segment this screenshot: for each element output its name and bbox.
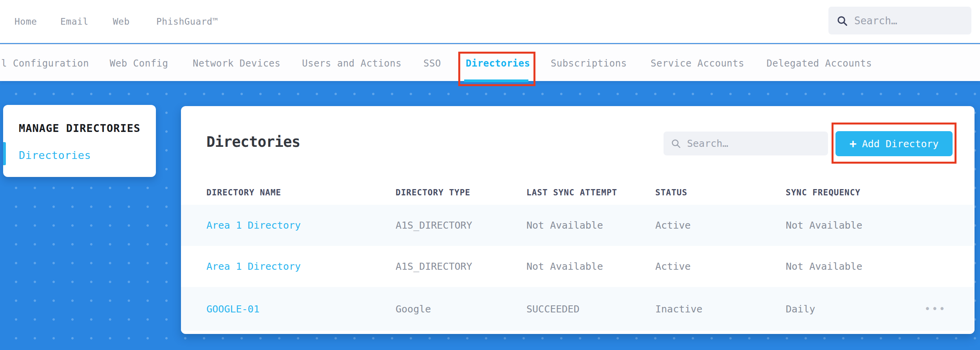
topnav-item-email[interactable]: Email: [60, 0, 89, 43]
directories-search-box[interactable]: [664, 132, 828, 155]
sidebar-item-directories[interactable]: Directories: [19, 149, 91, 161]
tab-label: Service Accounts: [651, 58, 744, 69]
directories-table: DIRECTORY NAME DIRECTORY TYPE LAST SYNC …: [181, 180, 975, 331]
tab-directories[interactable]: Directories: [466, 45, 530, 82]
add-directory-label: Add Directory: [862, 138, 939, 150]
directories-panel: Directories + Add Directory DIRECTORY NA…: [181, 106, 975, 334]
add-directory-button[interactable]: + Add Directory: [835, 131, 953, 156]
status-cell: Active: [655, 220, 786, 231]
directory-name-link[interactable]: Area 1 Directory: [206, 220, 396, 231]
table-header-row: DIRECTORY NAME DIRECTORY TYPE LAST SYNC …: [181, 180, 975, 205]
row-menu-icon[interactable]: •••: [924, 304, 946, 314]
tab-service-accounts[interactable]: Service Accounts: [651, 45, 744, 82]
table-row: Area 1 Directory A1S_DIRECTORY Not Avail…: [181, 205, 975, 246]
tab-label: SSO: [423, 58, 441, 69]
column-header-last-sync: LAST SYNC ATTEMPT: [526, 188, 655, 197]
tab-sso[interactable]: SSO: [423, 45, 441, 82]
table-row: GOOGLE-01 Google SUCCEEDED Inactive Dail…: [181, 287, 975, 331]
search-icon: [671, 138, 681, 149]
sync-frequency-cell: Daily: [786, 303, 924, 315]
tab-label: Directories: [466, 58, 530, 69]
directory-type-cell: A1S_DIRECTORY: [396, 261, 526, 272]
tab-label: Web Config: [110, 58, 168, 69]
tab-network-devices[interactable]: Network Devices: [193, 45, 280, 82]
tab-subscriptions[interactable]: Subscriptions: [551, 45, 627, 82]
topnav-item-web[interactable]: Web: [113, 0, 130, 43]
page-title: Directories: [206, 134, 300, 150]
directories-search-input[interactable]: [687, 138, 821, 149]
sidebar-item-label: Directories: [19, 149, 91, 161]
directory-type-cell: A1S_DIRECTORY: [396, 220, 526, 231]
last-sync-cell: SUCCEEDED: [526, 303, 655, 315]
topnav-item-home[interactable]: Home: [14, 0, 37, 43]
global-search-input[interactable]: [854, 15, 964, 27]
tab-web-config[interactable]: Web Config: [110, 45, 168, 82]
directory-name-link[interactable]: Area 1 Directory: [206, 261, 396, 272]
tab-label: Subscriptions: [551, 58, 627, 69]
topnav-item-phishguard[interactable]: PhishGuard™: [156, 0, 218, 43]
topnav-label: Email: [60, 16, 89, 27]
directory-name-link[interactable]: GOOGLE-01: [206, 303, 396, 315]
manage-directories-card: MANAGE DIRECTORIES Directories: [3, 105, 156, 177]
global-search-box[interactable]: [828, 7, 971, 34]
tab-delegated-accounts[interactable]: Delegated Accounts: [767, 45, 872, 82]
sync-frequency-cell: Not Available: [786, 220, 924, 231]
top-navbar: Home Email Web PhishGuard™: [0, 0, 980, 43]
column-header-directory-name: DIRECTORY NAME: [206, 188, 396, 197]
tab-label: Delegated Accounts: [767, 58, 872, 69]
topnav-label: Web: [113, 16, 130, 27]
topnav-label: Home: [14, 16, 37, 27]
column-header-sync-frequency: SYNC FREQUENCY: [786, 188, 924, 197]
tab-label: l Configuration: [1, 58, 89, 69]
column-header-directory-type: DIRECTORY TYPE: [396, 188, 526, 197]
active-tab-underline: [464, 79, 528, 82]
search-icon: [836, 15, 848, 27]
sync-frequency-cell: Not Available: [786, 261, 924, 272]
tab-label: Users and Actions: [302, 58, 401, 69]
tab-users-and-actions[interactable]: Users and Actions: [302, 45, 401, 82]
plus-icon: +: [850, 138, 857, 150]
column-header-status: STATUS: [655, 188, 786, 197]
active-item-indicator: [3, 142, 6, 165]
status-cell: Inactive: [655, 303, 786, 315]
tab-label: Network Devices: [193, 58, 280, 69]
topnav-label: PhishGuard™: [156, 16, 218, 27]
last-sync-cell: Not Available: [526, 261, 655, 272]
table-row: Area 1 Directory A1S_DIRECTORY Not Avail…: [181, 246, 975, 287]
last-sync-cell: Not Available: [526, 220, 655, 231]
tab-email-configuration[interactable]: l Configuration: [1, 45, 89, 82]
status-cell: Active: [655, 261, 786, 272]
sidebar-title: MANAGE DIRECTORIES: [19, 122, 141, 134]
app-window: Home Email Web PhishGuard™ l Configurati…: [0, 0, 980, 350]
section-tabbar: l Configuration Web Config Network Devic…: [0, 44, 980, 81]
directory-type-cell: Google: [396, 303, 526, 315]
